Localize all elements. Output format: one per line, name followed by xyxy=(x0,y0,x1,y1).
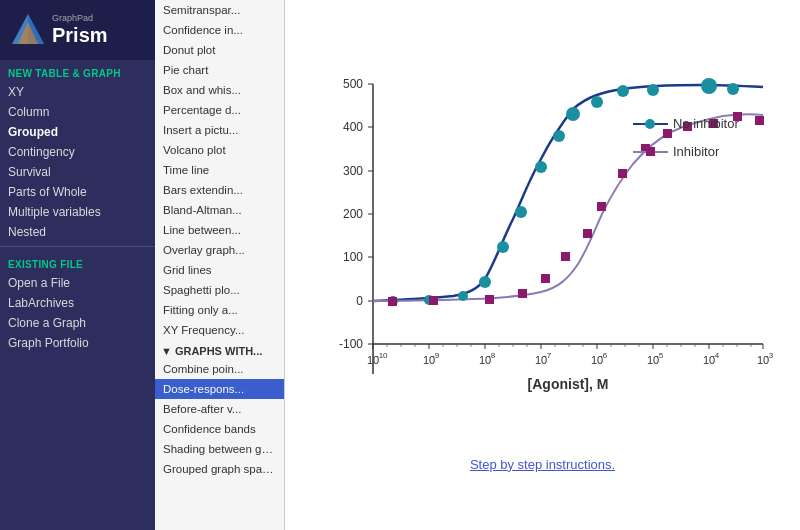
graph-container: 500 400 300 200 100 0 -100 10 -10 10 xyxy=(303,59,783,449)
sidebar-divider xyxy=(0,246,155,247)
middle-item-donut-plot[interactable]: Donut plot xyxy=(155,40,284,60)
logo-graphpad-label: GraphPad xyxy=(52,14,108,24)
svg-point-67 xyxy=(458,291,468,301)
logo-text: GraphPad Prism xyxy=(52,14,108,46)
dose-response-chart: 500 400 300 200 100 0 -100 10 -10 10 xyxy=(303,59,783,449)
middle-item-combine-points[interactable]: Combine poin... xyxy=(155,359,284,379)
svg-point-77 xyxy=(701,78,717,94)
middle-item-line-between[interactable]: Line between... xyxy=(155,220,284,240)
svg-point-76 xyxy=(647,84,659,96)
middle-item-overlay-graph[interactable]: Overlay graph... xyxy=(155,240,284,260)
middle-panel: Semitranspar... Confidence in... Donut p… xyxy=(155,0,285,530)
logo-prism-label: Prism xyxy=(52,24,108,46)
sidebar-item-open-file[interactable]: Open a File xyxy=(0,273,155,293)
svg-point-74 xyxy=(591,96,603,108)
svg-text:-4: -4 xyxy=(712,351,720,360)
svg-text:-9: -9 xyxy=(432,351,440,360)
svg-text:-5: -5 xyxy=(656,351,664,360)
triangle-icon: ▼ xyxy=(161,345,172,357)
middle-item-xy-frequency[interactable]: XY Frequency... xyxy=(155,320,284,340)
svg-text:300: 300 xyxy=(342,164,362,178)
svg-text:-8: -8 xyxy=(488,351,496,360)
sidebar-item-graph-portfolio[interactable]: Graph Portfolio xyxy=(0,333,155,353)
svg-point-73 xyxy=(566,107,580,121)
svg-text:-10: -10 xyxy=(376,351,388,360)
middle-item-dose-response[interactable]: Dose-respons... xyxy=(155,379,284,399)
existing-file-section-title: EXISTING FILE xyxy=(0,251,155,273)
svg-point-68 xyxy=(479,276,491,288)
sidebar-item-nested[interactable]: Nested xyxy=(0,222,155,242)
svg-point-72 xyxy=(553,130,565,142)
middle-item-fitting-only[interactable]: Fitting only a... xyxy=(155,300,284,320)
svg-text:500: 500 xyxy=(342,77,362,91)
svg-text:-6: -6 xyxy=(600,351,608,360)
svg-text:100: 100 xyxy=(342,250,362,264)
sidebar-item-contingency[interactable]: Contingency xyxy=(0,142,155,162)
svg-rect-86 xyxy=(597,202,606,211)
svg-text:Inhibitor: Inhibitor xyxy=(673,144,720,159)
svg-point-75 xyxy=(617,85,629,97)
svg-rect-79 xyxy=(388,297,397,306)
sidebar-item-survival[interactable]: Survival xyxy=(0,162,155,182)
main-content: 500 400 300 200 100 0 -100 10 -10 10 xyxy=(285,0,800,530)
step-by-step-link[interactable]: Step by step instructions. xyxy=(470,457,615,472)
svg-point-70 xyxy=(515,206,527,218)
sidebar-item-grouped[interactable]: Grouped xyxy=(0,122,155,142)
middle-item-time-line[interactable]: Time line xyxy=(155,160,284,180)
svg-rect-93 xyxy=(755,116,764,125)
svg-text:[Agonist], M: [Agonist], M xyxy=(527,376,608,392)
svg-text:-3: -3 xyxy=(766,351,774,360)
svg-rect-89 xyxy=(663,129,672,138)
svg-point-78 xyxy=(727,83,739,95)
middle-item-pie-chart[interactable]: Pie chart xyxy=(155,60,284,80)
middle-item-grouped-spacing[interactable]: Grouped graph spacing xyxy=(155,459,284,479)
svg-text:0: 0 xyxy=(356,294,363,308)
sidebar-item-clone-graph[interactable]: Clone a Graph xyxy=(0,313,155,333)
middle-item-percentage-d[interactable]: Percentage d... xyxy=(155,100,284,120)
new-table-section-title: NEW TABLE & GRAPH xyxy=(0,60,155,82)
middle-item-grid-lines[interactable]: Grid lines xyxy=(155,260,284,280)
svg-rect-98 xyxy=(646,147,655,156)
svg-text:400: 400 xyxy=(342,120,362,134)
logo-area: GraphPad Prism xyxy=(0,0,155,60)
middle-item-confidence-bands[interactable]: Confidence bands xyxy=(155,419,284,439)
svg-point-71 xyxy=(535,161,547,173)
middle-item-bars-extending[interactable]: Bars extendin... xyxy=(155,180,284,200)
sidebar-item-labarchives[interactable]: LabArchives xyxy=(0,293,155,313)
middle-item-insert-picture[interactable]: Insert a pictu... xyxy=(155,120,284,140)
prism-logo-icon xyxy=(10,12,46,48)
svg-rect-87 xyxy=(618,169,627,178)
sidebar-item-column[interactable]: Column xyxy=(0,102,155,122)
svg-text:-100: -100 xyxy=(338,337,362,351)
middle-item-shading-grid[interactable]: Shading between grid lines xyxy=(155,439,284,459)
graphs-with-section-header: ▼ GRAPHS WITH... xyxy=(155,340,284,359)
svg-text:-7: -7 xyxy=(544,351,552,360)
svg-rect-83 xyxy=(541,274,550,283)
svg-rect-80 xyxy=(429,296,438,305)
sidebar-item-multiple-variables[interactable]: Multiple variables xyxy=(0,202,155,222)
sidebar-item-parts-of-whole[interactable]: Parts of Whole xyxy=(0,182,155,202)
sidebar: GraphPad Prism NEW TABLE & GRAPH XY Colu… xyxy=(0,0,155,530)
sidebar-item-xy[interactable]: XY xyxy=(0,82,155,102)
svg-rect-84 xyxy=(561,252,570,261)
svg-point-69 xyxy=(497,241,509,253)
svg-text:200: 200 xyxy=(342,207,362,221)
middle-item-volcano-plot[interactable]: Volcano plot xyxy=(155,140,284,160)
svg-text:No inhibitor: No inhibitor xyxy=(673,116,739,131)
middle-item-confidence-in[interactable]: Confidence in... xyxy=(155,20,284,40)
svg-rect-81 xyxy=(485,295,494,304)
middle-item-semitranspar[interactable]: Semitranspar... xyxy=(155,0,284,20)
middle-item-box-whisker[interactable]: Box and whis... xyxy=(155,80,284,100)
svg-rect-82 xyxy=(518,289,527,298)
svg-rect-85 xyxy=(583,229,592,238)
middle-item-bland-altman[interactable]: Bland-Altman... xyxy=(155,200,284,220)
middle-item-spaghetti[interactable]: Spaghetti plo... xyxy=(155,280,284,300)
middle-item-before-after[interactable]: Before-after v... xyxy=(155,399,284,419)
svg-point-95 xyxy=(645,119,655,129)
